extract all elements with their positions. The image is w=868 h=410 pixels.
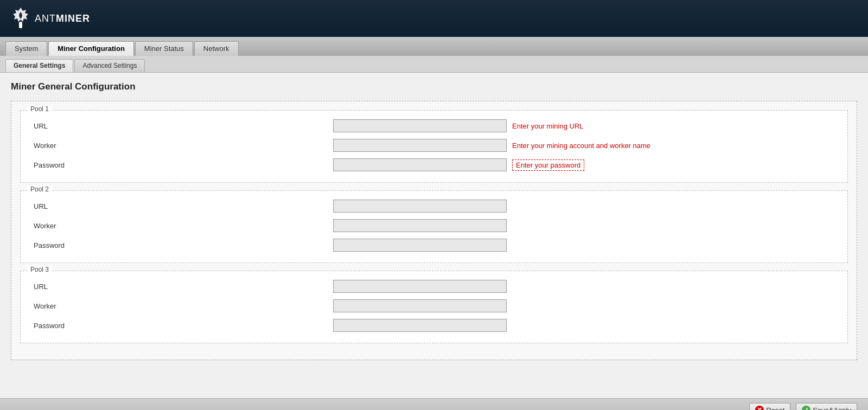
pool-3-label: Pool 3 <box>27 266 52 273</box>
logo-ant-text: ANT <box>35 13 56 24</box>
pool-1-password-label: Password <box>29 161 333 169</box>
save-apply-button[interactable]: ✓ Save&Apply <box>796 403 857 410</box>
header: ANTMINER <box>0 0 868 37</box>
pool-1-label: Pool 1 <box>27 105 52 113</box>
pool-2-password-label: Password <box>29 241 333 249</box>
pool-2-section: Pool 2 URL Worker Password <box>20 190 848 263</box>
pool-2-url-label: URL <box>29 202 333 210</box>
antminer-logo-icon <box>11 7 30 30</box>
pool-1-url-hint: Enter your mining URL <box>512 122 584 130</box>
pool-2-label: Pool 2 <box>27 185 52 193</box>
pool-3-password-label: Password <box>29 322 333 330</box>
sub-navigation: General Settings Advanced Settings <box>0 56 868 73</box>
pool-1-worker-row: Worker Enter your mining account and wor… <box>29 136 839 155</box>
save-icon: ✓ <box>802 406 810 410</box>
pool-2-url-row: URL <box>29 196 839 216</box>
pool-1-worker-label: Worker <box>29 142 333 150</box>
main-navigation: System Miner Configuration Miner Status … <box>0 37 868 56</box>
save-label: Save&Apply <box>813 406 851 411</box>
footer-bar: ✕ Reset ✓ Save&Apply <box>0 398 868 410</box>
pools-container: Pool 1 URL Enter your mining URL Worker … <box>11 101 857 360</box>
pool-3-url-row: URL <box>29 277 839 296</box>
pool-1-password-input[interactable] <box>333 158 507 171</box>
tab-general-settings[interactable]: General Settings <box>5 59 73 72</box>
pool-1-section: Pool 1 URL Enter your mining URL Worker … <box>20 110 848 183</box>
pool-1-worker-input[interactable] <box>333 139 507 152</box>
pool-3-worker-label: Worker <box>29 302 333 310</box>
reset-button[interactable]: ✕ Reset <box>749 403 790 410</box>
pool-1-password-row: Password Enter your password <box>29 155 839 175</box>
pool-2-password-row: Password <box>29 235 839 255</box>
reset-icon: ✕ <box>755 406 764 410</box>
tab-miner-status[interactable]: Miner Status <box>135 41 193 56</box>
pool-3-url-input[interactable] <box>333 280 507 293</box>
tab-network[interactable]: Network <box>194 41 239 56</box>
pool-2-worker-label: Worker <box>29 222 333 230</box>
svg-rect-0 <box>19 22 22 28</box>
tab-advanced-settings[interactable]: Advanced Settings <box>74 59 145 72</box>
pool-3-password-input[interactable] <box>333 319 507 332</box>
pool-3-url-label: URL <box>29 283 333 291</box>
pool-3-worker-row: Worker <box>29 296 839 316</box>
pool-2-password-input[interactable] <box>333 239 507 252</box>
pool-2-url-input[interactable] <box>333 200 507 213</box>
tab-system[interactable]: System <box>5 41 47 56</box>
main-content: Miner General Configuration Pool 1 URL E… <box>0 73 868 398</box>
reset-label: Reset <box>766 406 784 411</box>
pool-1-url-label: URL <box>29 122 333 130</box>
pool-1-url-row: URL Enter your mining URL <box>29 116 839 136</box>
tab-miner-configuration[interactable]: Miner Configuration <box>48 41 134 56</box>
pool-3-password-row: Password <box>29 316 839 335</box>
pool-3-section: Pool 3 URL Worker Password <box>20 271 848 343</box>
pool-1-worker-hint: Enter your mining account and worker nam… <box>512 142 650 150</box>
pool-1-url-input[interactable] <box>333 119 507 132</box>
logo: ANTMINER <box>11 7 90 30</box>
pool-2-worker-input[interactable] <box>333 219 507 232</box>
logo-miner-text: MINER <box>56 13 90 24</box>
pool-1-password-hint: Enter your password <box>512 159 584 171</box>
pool-3-worker-input[interactable] <box>333 299 507 312</box>
page-title: Miner General Configuration <box>11 81 857 92</box>
pool-2-worker-row: Worker <box>29 216 839 235</box>
